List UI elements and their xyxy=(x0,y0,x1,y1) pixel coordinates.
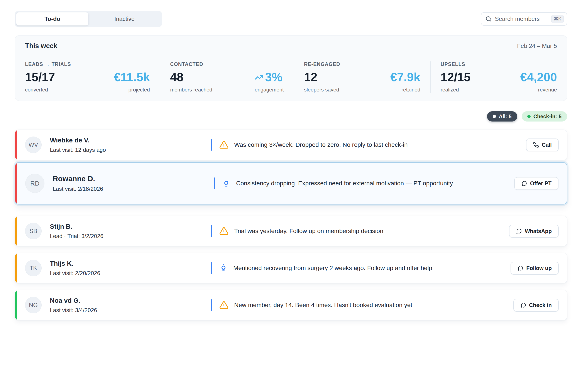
member-row[interactable]: NG Noa vd G. Last visit: 3/4/2026 New me… xyxy=(15,290,567,320)
member-row[interactable]: TK Thijs K. Last visit: 2/20/2026 Mentio… xyxy=(15,253,567,283)
action-button[interactable]: Offer PT xyxy=(514,177,558,190)
member-note: Mentioned recovering from surgery 2 week… xyxy=(211,262,510,274)
stat-contacted: CONTACTED 48 members reached 3% xyxy=(160,62,294,93)
member-meta: Lead · Trial: 3/2/2026 xyxy=(50,233,211,240)
note-accent-bar xyxy=(211,139,212,151)
priority-accent-bar xyxy=(15,290,17,320)
stat-label: CONTACTED xyxy=(170,62,284,67)
avatar-initials: WV xyxy=(28,142,38,148)
week-summary-card: This week Feb 24 – Mar 5 LEADS → TRIALS … xyxy=(15,35,567,101)
filter-dot xyxy=(493,115,496,118)
member-row[interactable]: RD Rowanne D. Last visit: 2/18/2026 Cons… xyxy=(15,162,567,204)
member-name: Thijs K. xyxy=(50,260,211,267)
bulb-icon xyxy=(222,179,230,188)
member-note: Was coming 3×/week. Dropped to zero. No … xyxy=(211,139,526,151)
stat-upsells: UPSELLS 12/15 realized €4,200 revenue xyxy=(430,62,567,93)
member-meta: Last visit: 2/18/2026 xyxy=(53,186,214,192)
member-name: Wiebke de V. xyxy=(50,136,211,144)
chat-icon xyxy=(518,265,524,271)
warning-icon xyxy=(219,226,228,236)
search-icon xyxy=(485,16,492,22)
action-button[interactable]: Call xyxy=(526,138,559,151)
warning-icon xyxy=(219,300,228,310)
action-button[interactable]: Follow up xyxy=(510,262,559,274)
stat-label: LEADS → TRIALS xyxy=(25,62,150,67)
view-tabs: To-do Inactive xyxy=(15,11,162,27)
stat-primary-value: 48 xyxy=(170,71,212,83)
stat-primary-value: 12/15 xyxy=(441,71,471,83)
action-label: Check in xyxy=(529,302,552,308)
action-label: Call xyxy=(542,142,552,148)
member-note: Consistency dropping. Expressed need for… xyxy=(214,178,514,189)
filter-pills: All: 5 Check-in: 5 xyxy=(15,111,567,122)
stat-secondary-value: €11.5k xyxy=(114,71,150,83)
member-meta: Last visit: 12 days ago xyxy=(50,146,211,153)
priority-accent-bar xyxy=(15,163,17,204)
filter-all-pill[interactable]: All: 5 xyxy=(487,111,517,122)
avatar-initials: NG xyxy=(29,302,38,308)
avatar: RD xyxy=(25,174,44,193)
stat-primary-value: 15/17 xyxy=(25,71,55,83)
priority-accent-bar xyxy=(15,216,17,246)
member-row[interactable]: WV Wiebke de V. Last visit: 12 days ago … xyxy=(15,130,567,160)
avatar: WV xyxy=(25,136,42,153)
filter-label: Check-in: 5 xyxy=(534,114,562,120)
week-date-range: Feb 24 – Mar 5 xyxy=(517,43,557,50)
action-button[interactable]: Check in xyxy=(514,299,559,312)
member-note: Trial was yesterday. Follow up on member… xyxy=(211,225,509,237)
stat-leads-trials: LEADS → TRIALS 15/17 converted €11.5k pr… xyxy=(15,62,160,93)
page: To-do Inactive ⌘K This week Feb 24 – Mar… xyxy=(0,11,582,320)
member-name: Stijn B. xyxy=(50,223,211,230)
tab-inactive[interactable]: Inactive xyxy=(88,12,160,26)
priority-accent-bar xyxy=(15,130,17,160)
chat-icon xyxy=(516,228,522,234)
stat-secondary-value: 3% xyxy=(265,71,282,83)
note-accent-bar xyxy=(211,299,212,311)
member-note: New member, day 14. Been 4 times. Hasn't… xyxy=(211,299,514,311)
note-accent-bar xyxy=(211,262,212,274)
action-label: Offer PT xyxy=(530,180,552,187)
avatar-initials: RD xyxy=(30,180,40,187)
stat-primary-sub: converted xyxy=(25,87,55,93)
stat-secondary-sub: projected xyxy=(114,87,150,93)
action-button[interactable]: WhatsApp xyxy=(509,225,559,238)
top-bar: To-do Inactive ⌘K xyxy=(15,11,567,27)
priority-accent-bar xyxy=(15,253,17,283)
week-title: This week xyxy=(25,42,57,50)
stat-secondary-sub: revenue xyxy=(520,87,557,93)
search-box[interactable]: ⌘K xyxy=(481,12,567,26)
action-label: Follow up xyxy=(526,265,552,271)
member-list: WV Wiebke de V. Last visit: 12 days ago … xyxy=(15,130,567,320)
member-row[interactable]: SB Stijn B. Lead · Trial: 3/2/2026 Trial… xyxy=(15,216,567,246)
stat-primary-sub: sleepers saved xyxy=(304,87,339,93)
tab-todo[interactable]: To-do xyxy=(16,12,88,26)
avatar: SB xyxy=(25,223,42,239)
stat-primary-value: 12 xyxy=(304,71,339,83)
filter-dot xyxy=(527,115,530,118)
filter-checkin-pill[interactable]: Check-in: 5 xyxy=(522,111,567,122)
avatar: TK xyxy=(25,260,42,276)
avatar-initials: SB xyxy=(30,228,37,234)
filter-label: All: 5 xyxy=(499,114,512,120)
search-input[interactable] xyxy=(495,16,547,22)
action-label: WhatsApp xyxy=(525,228,552,234)
warning-icon xyxy=(219,140,228,150)
stat-primary-sub: members reached xyxy=(170,87,212,93)
trending-up-icon xyxy=(254,73,263,82)
note-text: New member, day 14. Been 4 times. Hasn't… xyxy=(234,302,412,308)
search-shortcut-badge: ⌘K xyxy=(551,15,564,23)
stat-re-engaged: RE-ENGAGED 12 sleepers saved €7.9k retai… xyxy=(294,62,430,93)
stat-secondary-value: €4,200 xyxy=(520,71,557,83)
member-name: Rowanne D. xyxy=(53,174,214,183)
stat-secondary-sub: engagement xyxy=(254,87,284,93)
stat-label: UPSELLS xyxy=(441,62,557,67)
note-accent-bar xyxy=(211,225,212,237)
stat-secondary-sub: retained xyxy=(390,87,420,93)
avatar: NG xyxy=(25,297,42,314)
note-text: Was coming 3×/week. Dropped to zero. No … xyxy=(234,141,408,148)
member-meta: Last visit: 3/4/2026 xyxy=(50,307,211,314)
note-text: Mentioned recovering from surgery 2 week… xyxy=(233,264,432,272)
note-text: Trial was yesterday. Follow up on member… xyxy=(234,228,383,234)
chat-icon xyxy=(520,302,526,308)
chat-icon xyxy=(521,180,527,186)
